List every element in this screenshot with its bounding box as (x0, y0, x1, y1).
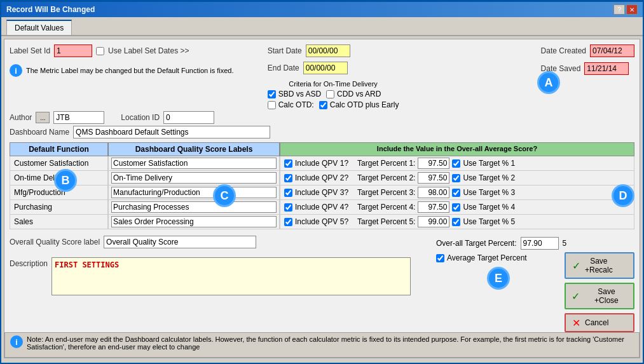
qpv1-label: Include QPV 1? (295, 159, 348, 168)
checkmark-icon: ✓ (571, 260, 581, 271)
use-label-set-dates-label: Use Label Set Dates >> (108, 46, 189, 55)
end-date-label: End Date (268, 64, 299, 72)
use-target4-checkbox[interactable] (452, 203, 460, 212)
cancel-button[interactable]: ✕ Cancel (565, 313, 634, 332)
qpv5-label: Include QPV 5? (295, 217, 348, 226)
label-1-input[interactable] (111, 158, 277, 169)
info-box: i The Metric Label may be changed but th… (10, 64, 234, 77)
table-row: On-time Delivery Include QPV 2? Target P… (10, 171, 634, 185)
sbd-asd-label: SBD vs ASD (278, 90, 321, 98)
use-target4-label: Use Target % 4 (463, 203, 515, 212)
dashboard-name-input[interactable] (73, 126, 270, 138)
qpv3-label: Include QPV 3? (295, 188, 348, 197)
avg-target-checkbox[interactable] (436, 254, 444, 262)
use-target1-checkbox[interactable] (452, 159, 460, 168)
title-buttons: ? ✕ (613, 4, 638, 15)
cdd-ard-checkbox[interactable] (326, 90, 334, 98)
bottom-info-text: Note: An end-user may edit the Dashboard… (27, 335, 634, 351)
save-recalc-button[interactable]: ✓ Save+Recalc (565, 252, 634, 279)
use-target2-checkbox[interactable] (452, 174, 460, 182)
label-4-input[interactable] (111, 201, 277, 213)
qpv3-checkbox[interactable] (284, 189, 292, 197)
overall-target-label: Over-all Target Percent: (436, 239, 517, 248)
save-close-label: Save +Close (585, 287, 628, 305)
use-target5-checkbox[interactable] (452, 218, 460, 226)
calc-otd-plus-early-label: Calc OTD plus Early (330, 100, 399, 109)
start-date-input[interactable] (306, 44, 350, 57)
help-button[interactable]: ? (613, 4, 625, 15)
qpv2-label: Include QPV 2? (295, 173, 348, 182)
end-date-input[interactable] (303, 62, 348, 74)
label-5-input[interactable] (111, 216, 277, 227)
target1-label: Target Percent 1: (357, 159, 415, 168)
circle-d: D (612, 184, 634, 207)
col2-header: Dashboard Quality Score Labels (108, 142, 280, 156)
author-browse-button[interactable]: ... (36, 112, 50, 123)
col3-header: Include the Value in the Over-all Averag… (280, 142, 634, 156)
author-input[interactable] (53, 111, 104, 124)
location-id-label: Location ID (121, 113, 160, 122)
calc-otd-label: Calc OTD: (278, 100, 314, 109)
criteria-label: Criteria for On-Time Delivery (268, 80, 399, 88)
location-id-input[interactable] (163, 111, 214, 124)
use-target1-label: Use Target % 1 (463, 159, 515, 168)
qpv1-checkbox[interactable] (284, 159, 292, 168)
circle-a: A (537, 71, 560, 94)
date-saved-input[interactable] (584, 62, 629, 75)
target2-label: Target Percent 2: (357, 173, 415, 182)
label-3-input[interactable] (111, 187, 277, 198)
qpv4-checkbox[interactable] (284, 203, 292, 212)
calc-otd-plus-early-checkbox[interactable] (319, 101, 327, 109)
tab-default-values[interactable]: Default Values (6, 20, 72, 35)
main-content: Label Set Id Use Label Set Dates >> i Th… (4, 39, 640, 358)
description-textarea[interactable] (51, 257, 411, 295)
use-target3-checkbox[interactable] (452, 189, 460, 197)
window-title: Record Will Be Changed (6, 5, 95, 14)
author-label: Author (10, 113, 32, 122)
target3-input[interactable] (418, 187, 449, 198)
cancel-icon: ✕ (571, 318, 581, 328)
overall-target-input[interactable] (521, 237, 559, 250)
label-2-input[interactable] (111, 172, 277, 184)
close-button[interactable]: ✕ (626, 4, 638, 15)
target2-input[interactable] (418, 172, 449, 184)
info-text: The Metric Label may be changed but the … (26, 67, 234, 74)
func-4: Purchasing (14, 203, 52, 212)
table-header: Default Function Dashboard Quality Score… (10, 142, 634, 156)
target5-input[interactable] (418, 216, 449, 227)
calc-otd-checkbox[interactable] (268, 101, 276, 109)
bottom-info-bar: i Note: An end-user may edit the Dashboa… (4, 332, 640, 358)
label-set-id-input[interactable] (54, 44, 92, 57)
table-row: Purchasing Include QPV 4? Target Percent… (10, 200, 634, 215)
start-date-label: Start Date (268, 46, 302, 55)
save-close-icon: ✓ (571, 291, 581, 301)
action-buttons: ✓ Save+Recalc ✓ Save +Close ✕ Cancel (565, 252, 634, 332)
date-created-input[interactable] (590, 44, 634, 57)
qpv2-checkbox[interactable] (284, 174, 292, 182)
use-target5-label: Use Target % 5 (463, 217, 515, 226)
save-recalc-label: Save+Recalc (585, 257, 613, 274)
use-label-set-dates-checkbox[interactable] (96, 47, 104, 55)
circle-b: B (54, 169, 77, 192)
oqs-label: Overall Quality Score label (10, 238, 100, 246)
target4-input[interactable] (418, 201, 449, 213)
cancel-label: Cancel (585, 318, 608, 327)
qpv5-checkbox[interactable] (284, 218, 292, 226)
dashboard-name-label: Dashboard Name (10, 128, 69, 137)
target1-input[interactable] (418, 158, 449, 169)
info-icon: i (10, 64, 22, 77)
description-label: Description (10, 259, 48, 268)
avg-target-label: Average Target Percent (447, 253, 527, 262)
table-row: Mfg/Production Include QPV 3? Target Per… (10, 185, 634, 200)
func-3: Mfg/Production (14, 188, 65, 197)
bottom-info-icon: i (10, 335, 23, 348)
use-target3-label: Use Target % 3 (463, 188, 515, 197)
circle-e: E (487, 267, 510, 290)
save-close-button[interactable]: ✓ Save +Close (565, 283, 634, 309)
oqs-input[interactable] (104, 236, 256, 248)
use-target2-label: Use Target % 2 (463, 173, 515, 182)
date-created-label: Date Created (541, 46, 586, 55)
target3-label: Target Percent 3: (357, 188, 415, 197)
sbd-asd-checkbox[interactable] (268, 90, 276, 98)
title-bar: Record Will Be Changed ? ✕ (1, 2, 643, 17)
